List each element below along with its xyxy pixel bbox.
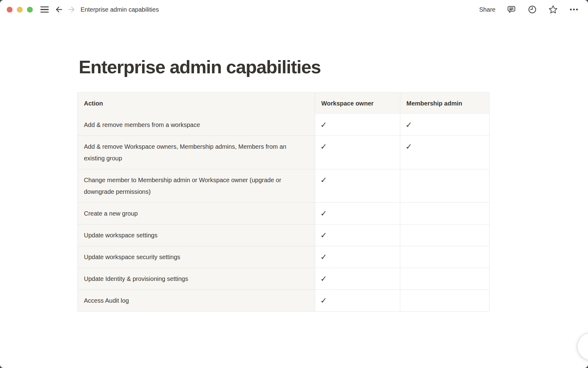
workspace-owner-cell[interactable]: ✓ bbox=[315, 203, 400, 224]
table-row: Add & remove members from a workspace✓✓ bbox=[78, 114, 489, 136]
action-cell[interactable]: Update Identity & provisioning settings bbox=[78, 268, 315, 289]
action-cell[interactable]: Create a new group bbox=[78, 203, 315, 224]
help-button[interactable] bbox=[578, 333, 588, 360]
titlebar-page-title: Enterprise admin capabilities bbox=[81, 6, 159, 13]
membership-admin-cell[interactable] bbox=[400, 224, 489, 246]
page-content: Enterprise admin capabilities Action Wor… bbox=[0, 56, 588, 312]
comments-icon[interactable] bbox=[507, 5, 516, 14]
column-header-action[interactable]: Action bbox=[78, 93, 315, 114]
titlebar: Enterprise admin capabilities Share bbox=[0, 0, 588, 19]
table-row: Change member to Membership admin or Wor… bbox=[78, 169, 489, 202]
membership-admin-cell[interactable] bbox=[400, 268, 489, 289]
back-icon[interactable] bbox=[54, 5, 64, 14]
workspace-owner-cell[interactable]: ✓ bbox=[315, 268, 400, 289]
table-row: Update workspace security settings✓ bbox=[78, 246, 489, 268]
table-row: Create a new group✓ bbox=[78, 202, 489, 224]
workspace-owner-cell[interactable]: ✓ bbox=[315, 136, 400, 169]
workspace-owner-cell[interactable]: ✓ bbox=[315, 246, 400, 268]
favorite-star-icon[interactable] bbox=[548, 5, 558, 14]
table-body: Add & remove members from a workspace✓✓A… bbox=[78, 114, 489, 311]
table-row: Update workspace settings✓ bbox=[78, 224, 489, 246]
minimize-button[interactable] bbox=[17, 7, 23, 13]
action-cell[interactable]: Update workspace security settings bbox=[78, 246, 315, 268]
membership-admin-cell[interactable]: ✓ bbox=[400, 136, 489, 169]
table-row: Update Identity & provisioning settings✓ bbox=[78, 268, 489, 289]
share-button[interactable]: Share bbox=[479, 6, 496, 13]
more-options-icon[interactable] bbox=[569, 5, 579, 14]
zoom-button[interactable] bbox=[27, 7, 33, 13]
table-row: Add & remove Workspace owners, Membershi… bbox=[78, 136, 489, 169]
membership-admin-cell[interactable] bbox=[400, 203, 489, 224]
workspace-owner-cell[interactable]: ✓ bbox=[315, 224, 400, 246]
capabilities-table: Action Workspace owner Membership admin … bbox=[77, 92, 489, 312]
table-row: Access Audit log✓ bbox=[78, 289, 489, 311]
window-controls bbox=[7, 7, 33, 13]
membership-admin-cell[interactable] bbox=[400, 169, 489, 202]
app-window: Enterprise admin capabilities Share bbox=[0, 0, 588, 368]
workspace-owner-cell[interactable]: ✓ bbox=[315, 290, 400, 311]
workspace-owner-cell[interactable]: ✓ bbox=[315, 114, 400, 136]
action-cell[interactable]: Change member to Membership admin or Wor… bbox=[78, 169, 315, 202]
membership-admin-cell[interactable]: ✓ bbox=[400, 114, 489, 136]
action-cell[interactable]: Add & remove Workspace owners, Membershi… bbox=[78, 136, 315, 169]
table-header-row: Action Workspace owner Membership admin bbox=[78, 93, 489, 114]
action-cell[interactable]: Update workspace settings bbox=[78, 224, 315, 246]
column-header-membership-admin[interactable]: Membership admin bbox=[400, 93, 489, 114]
action-cell[interactable]: Access Audit log bbox=[78, 290, 315, 311]
updates-clock-icon[interactable] bbox=[527, 5, 537, 14]
titlebar-actions: Share bbox=[479, 5, 579, 14]
action-cell[interactable]: Add & remove members from a workspace bbox=[78, 114, 315, 136]
workspace-owner-cell[interactable]: ✓ bbox=[315, 169, 400, 202]
page-title: Enterprise admin capabilities bbox=[79, 56, 588, 78]
membership-admin-cell[interactable] bbox=[400, 246, 489, 268]
sidebar-menu-icon[interactable] bbox=[40, 5, 49, 14]
close-button[interactable] bbox=[7, 7, 13, 13]
membership-admin-cell[interactable] bbox=[400, 290, 489, 311]
column-header-workspace-owner[interactable]: Workspace owner bbox=[315, 93, 400, 114]
forward-icon[interactable] bbox=[66, 5, 76, 14]
